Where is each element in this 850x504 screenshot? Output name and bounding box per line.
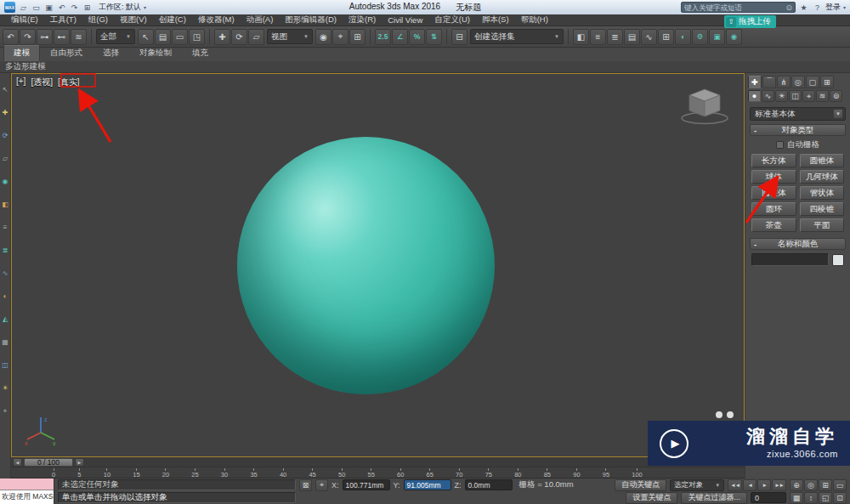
maximize-viewport-icon[interactable]: ⊡ [833, 492, 847, 504]
strip-helper-icon[interactable]: ⌖ [1, 406, 10, 416]
object-type-button[interactable]: 长方体 [751, 154, 796, 167]
strip-snap-icon[interactable]: ◉ [1, 177, 10, 186]
strip-rotate-icon[interactable]: ⟳ [1, 131, 10, 140]
login-button[interactable]: 登录 [825, 2, 841, 13]
cat-cameras-icon[interactable]: ◫ [789, 90, 802, 102]
zoom-icon[interactable]: ⊕ [790, 479, 803, 491]
bind-to-space-warp-icon[interactable]: ≋ [71, 29, 87, 45]
strip-render-icon[interactable]: ◭ [1, 314, 10, 324]
viewport-menu-shading[interactable]: [真实] [58, 76, 80, 88]
align-icon[interactable]: ≡ [590, 29, 606, 45]
strip-move-icon[interactable]: ✚ [1, 108, 10, 117]
unlink-selection-icon[interactable]: ⊷ [54, 29, 70, 45]
z-coordinate-field[interactable]: 0.0mm [465, 479, 513, 490]
object-type-button[interactable]: 管状体 [800, 186, 845, 200]
next-frame-nub[interactable]: ▶ [75, 458, 84, 467]
maxscript-mini-listener[interactable]: 欢迎使用 MAXSc [0, 479, 54, 504]
object-type-button[interactable]: 圆柱体 [751, 186, 796, 200]
selection-lock-icon[interactable]: ⊠ [299, 479, 312, 491]
strip-align-icon[interactable]: ≡ [1, 223, 10, 232]
snap-toggle-icon[interactable]: 2.5 [375, 29, 391, 45]
key-mode-dropdown[interactable]: 选定对象▼ [670, 479, 724, 491]
object-type-button[interactable]: 平面 [800, 218, 845, 232]
object-type-rollout[interactable]: - 对象类型 [750, 124, 846, 136]
absolute-mode-icon[interactable]: ⌖ [315, 479, 328, 491]
select-manipulate-icon[interactable]: ⌖ [332, 29, 348, 45]
object-type-button[interactable]: 球体 [751, 170, 796, 184]
viewcube[interactable] [677, 86, 732, 125]
select-scale-icon[interactable]: ▱ [248, 29, 264, 45]
upload-overlay-button[interactable]: ⇧ 拖拽上传 [724, 15, 776, 28]
new-scene-icon[interactable]: ▱ [18, 2, 29, 13]
ribbon-tab[interactable]: 对象绘制 [129, 45, 182, 61]
select-move-icon[interactable]: ✚ [214, 29, 230, 45]
selection-region-icon[interactable]: ▭ [172, 29, 188, 45]
redo-small-icon[interactable]: ↷ [69, 2, 80, 13]
name-color-rollout[interactable]: - 名称和颜色 [750, 238, 846, 250]
workspace-selector[interactable]: 工作区: 默认 ▾ [95, 2, 150, 13]
pan-view-icon[interactable]: ↕ [804, 492, 818, 504]
select-and-link-icon[interactable]: ⊶ [37, 29, 53, 45]
spinner-snap-icon[interactable]: ⇅ [426, 29, 442, 45]
use-pivot-center-icon[interactable]: ◉ [315, 29, 332, 45]
tab-modify-icon[interactable]: ⌒ [762, 76, 776, 88]
named-selection-set-dropdown[interactable]: 创建选择集▼ [470, 29, 564, 44]
menu-item[interactable]: 脚本(S) [476, 14, 515, 25]
layer-manager-icon[interactable]: ≣ [607, 29, 623, 45]
strip-light-icon[interactable]: ☀ [1, 383, 10, 393]
ribbon-tab[interactable]: 建模 [3, 45, 40, 61]
play-animation-icon[interactable]: ► [757, 479, 771, 491]
tab-create-icon[interactable]: ✚ [748, 76, 762, 88]
y-coordinate-field[interactable]: 91.005mm [404, 479, 451, 490]
undo-small-icon[interactable]: ↶ [56, 2, 67, 13]
menu-item[interactable]: 编辑(E) [5, 14, 44, 25]
time-slider-handle[interactable]: 0 / 100 [24, 458, 73, 467]
app-logo[interactable]: MAX [4, 2, 15, 13]
help-icon[interactable]: ? [812, 2, 823, 13]
window-crossing-icon[interactable]: ◳ [189, 29, 205, 45]
object-type-button[interactable]: 几何球体 [800, 170, 845, 184]
cat-systems-icon[interactable]: ⊚ [830, 90, 842, 102]
polygon-modeling-label[interactable]: 多边形建模 [5, 61, 46, 72]
strip-grid-icon[interactable]: ▦ [1, 337, 10, 347]
set-key-button[interactable]: 设置关键点 [626, 492, 677, 504]
schematic-view-icon[interactable]: ⊞ [658, 29, 674, 45]
menu-item[interactable]: 渲染(R) [343, 14, 382, 25]
reference-coordinate-dropdown[interactable]: 视图▼ [267, 29, 313, 44]
zoom-extents-icon[interactable]: ⊞ [819, 479, 832, 491]
previous-frame-icon[interactable]: ◄ [743, 479, 756, 491]
auto-key-button[interactable]: 自动关键点 [615, 479, 666, 491]
zoom-all-icon[interactable]: ◎ [804, 479, 818, 491]
current-frame-field[interactable]: 0 [751, 492, 786, 503]
select-by-name-icon[interactable]: ▤ [155, 29, 171, 45]
cat-spacewarps-icon[interactable]: ≋ [816, 90, 829, 102]
object-color-swatch[interactable] [832, 254, 844, 266]
ribbon-tab[interactable]: 填充 [182, 45, 218, 61]
tab-hierarchy-icon[interactable]: ⋔ [777, 76, 790, 88]
orbit-icon[interactable]: ◱ [819, 492, 832, 504]
ribbon-tab[interactable]: 选择 [93, 45, 129, 61]
strip-camera-icon[interactable]: ◫ [1, 360, 10, 370]
select-object-icon[interactable]: ↖ [138, 29, 154, 45]
chevron-down-icon[interactable]: ▾ [843, 4, 846, 10]
autogrid-checkbox[interactable] [776, 141, 784, 149]
cat-helpers-icon[interactable]: ⌖ [802, 90, 815, 102]
selection-filter-dropdown[interactable]: 全部▼ [96, 29, 135, 44]
save-file-icon[interactable]: ▣ [43, 2, 54, 13]
menu-item[interactable]: 帮助(H) [515, 14, 554, 25]
x-coordinate-field[interactable]: 100.771mm [343, 479, 390, 490]
time-slider[interactable]: ◀ 0 / 100 ▶ [11, 457, 745, 467]
object-type-button[interactable]: 圆环 [751, 202, 796, 216]
menu-item[interactable]: 图形编辑器(D) [279, 14, 343, 25]
edit-named-selections-icon[interactable]: ⊟ [451, 29, 468, 45]
go-to-start-icon[interactable]: ◄◄ [728, 479, 742, 491]
previous-frame-nub[interactable]: ◀ [13, 458, 22, 467]
go-to-end-icon[interactable]: ►► [772, 479, 786, 491]
project-folder-icon[interactable]: ⊞ [82, 2, 93, 13]
rendered-frame-icon[interactable]: ▣ [709, 29, 725, 45]
menu-item[interactable]: 自定义(U) [428, 14, 476, 25]
tab-display-icon[interactable]: ▢ [806, 76, 819, 88]
menu-item[interactable]: 视图(V) [114, 14, 153, 25]
macro-recorder-pane[interactable] [0, 479, 54, 490]
strip-curve-editor-icon[interactable]: ∿ [1, 269, 10, 278]
